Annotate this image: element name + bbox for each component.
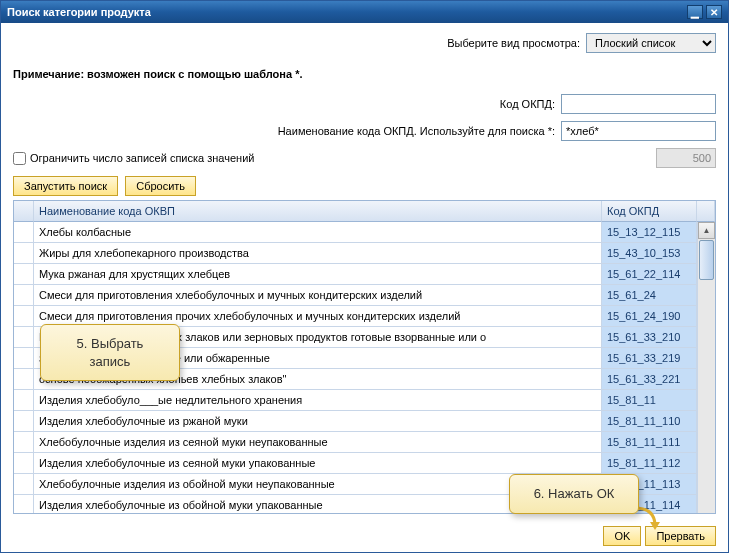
okpd-name-input[interactable]	[561, 121, 716, 141]
row-selector[interactable]	[14, 264, 34, 285]
dialog-footer: OK Прервать	[1, 520, 728, 552]
close-icon[interactable]: ✕	[706, 5, 722, 19]
row-selector[interactable]	[14, 390, 34, 411]
row-name[interactable]: Смеси для приготовления хлебобулочных и …	[34, 285, 602, 306]
row-selector[interactable]	[14, 327, 34, 348]
cancel-button[interactable]: Прервать	[645, 526, 716, 546]
dialog-body: Выберите вид просмотра: Плоский список П…	[1, 23, 728, 520]
row-code[interactable]: 15_43_10_153	[602, 243, 697, 264]
row-selector[interactable]	[14, 432, 34, 453]
row-selector[interactable]	[14, 222, 34, 243]
view-select[interactable]: Плоский список	[586, 33, 716, 53]
limit-value	[656, 148, 716, 168]
dialog-window: Поиск категории продукта ▁ ✕ Выберите ви…	[0, 0, 729, 553]
titlebar: Поиск категории продукта ▁ ✕	[1, 1, 728, 23]
row-name[interactable]: Хлебы колбасные	[34, 222, 602, 243]
row-selector[interactable]	[14, 285, 34, 306]
row-code[interactable]: 15_81_11_110	[602, 411, 697, 432]
minimize-icon[interactable]: ▁	[687, 5, 703, 19]
view-label: Выберите вид просмотра:	[13, 37, 580, 49]
window-title: Поиск категории продукта	[7, 6, 684, 18]
row-selector[interactable]	[14, 411, 34, 432]
row-name[interactable]: Жиры для хлебопекарного производства	[34, 243, 602, 264]
row-name[interactable]: Мука ржаная для хрустящих хлебцев	[34, 264, 602, 285]
col-name-header[interactable]: Наименование кода ОКВП	[34, 201, 602, 222]
annotation-select-row: 5. Выбрать запись	[40, 324, 180, 381]
row-code[interactable]: 15_61_33_221	[602, 369, 697, 390]
row-selector[interactable]	[14, 348, 34, 369]
ok-button[interactable]: OK	[603, 526, 641, 546]
row-selector[interactable]	[14, 306, 34, 327]
annotation-press-ok: 6. Нажать ОК	[509, 474, 639, 514]
row-code[interactable]: 15_81_11_112	[602, 453, 697, 474]
row-selector[interactable]	[14, 495, 34, 514]
row-code[interactable]: 15_81_11_111	[602, 432, 697, 453]
row-name[interactable]: Хлебобулочные изделия из сеяной муки неу…	[34, 432, 602, 453]
okpd-code-label: Код ОКПД:	[500, 98, 555, 110]
scroll-thumb[interactable]	[699, 240, 714, 280]
search-button[interactable]: Запустить поиск	[13, 176, 118, 196]
limit-label: Ограничить число записей списка значений	[30, 152, 254, 164]
row-code[interactable]: 15_61_33_219	[602, 348, 697, 369]
row-code[interactable]: 15_61_24_190	[602, 306, 697, 327]
limit-checkbox[interactable]	[13, 152, 26, 165]
row-code[interactable]: 15_81_11	[602, 390, 697, 411]
row-code[interactable]: 15_61_24	[602, 285, 697, 306]
okpd-name-label: Наименование кода ОКПД. Используйте для …	[278, 125, 555, 137]
row-code[interactable]: 15_61_33_210	[602, 327, 697, 348]
row-name[interactable]: Изделия хлебобулочные из ржаной муки	[34, 411, 602, 432]
row-selector[interactable]	[14, 369, 34, 390]
note-text: Примечание: возможен поиск с помощью шаб…	[13, 68, 716, 80]
col-select	[14, 201, 34, 222]
vertical-scrollbar[interactable]: ▲▼	[697, 222, 715, 514]
row-selector[interactable]	[14, 453, 34, 474]
row-name[interactable]: Изделия хлебобуло___ые недлительного хра…	[34, 390, 602, 411]
reset-button[interactable]: Сбросить	[125, 176, 196, 196]
row-name[interactable]: Изделия хлебобулочные из сеяной муки упа…	[34, 453, 602, 474]
row-selector[interactable]	[14, 474, 34, 495]
col-scroll	[697, 201, 715, 222]
okpd-code-input[interactable]	[561, 94, 716, 114]
col-code-header[interactable]: Код ОКПД	[602, 201, 697, 222]
row-code[interactable]: 15_61_22_114	[602, 264, 697, 285]
scroll-up-icon[interactable]: ▲	[698, 222, 715, 239]
row-code[interactable]: 15_13_12_115	[602, 222, 697, 243]
row-selector[interactable]	[14, 243, 34, 264]
